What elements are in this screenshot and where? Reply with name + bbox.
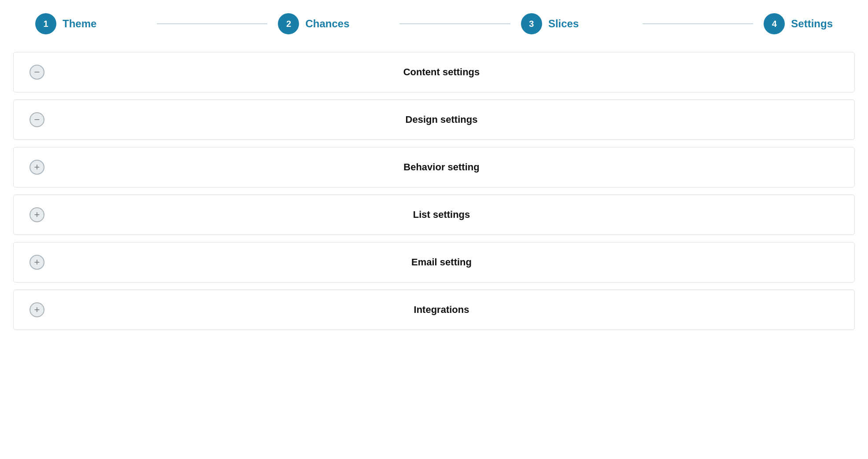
step-item-3[interactable]: 3Slices <box>521 13 632 34</box>
panel-title-1: Content settings <box>44 66 838 78</box>
step-item-4[interactable]: 4Settings <box>764 13 833 34</box>
step-circle-2: 2 <box>278 13 299 34</box>
step-circle-3: 3 <box>521 13 542 34</box>
step-line-2 <box>399 23 510 24</box>
panel-1[interactable]: −Content settings <box>13 52 855 92</box>
panel-plus-icon-5[interactable]: + <box>30 255 44 270</box>
panel-title-6: Integrations <box>44 304 838 316</box>
panel-plus-icon-4[interactable]: + <box>30 207 44 222</box>
panel-minus-icon-1[interactable]: − <box>30 65 44 80</box>
stepper: 1Theme2Chances3Slices4Settings <box>0 0 868 48</box>
panel-title-3: Behavior setting <box>44 162 838 173</box>
step-item-2[interactable]: 2Chances <box>278 13 389 34</box>
step-line-1 <box>157 23 268 24</box>
panel-title-2: Design settings <box>44 114 838 125</box>
step-label-4: Settings <box>791 18 833 30</box>
panel-3[interactable]: +Behavior setting <box>13 147 855 187</box>
panel-plus-icon-3[interactable]: + <box>30 160 44 175</box>
panel-2[interactable]: −Design settings <box>13 99 855 140</box>
panel-title-4: List settings <box>44 209 838 220</box>
step-item-1[interactable]: 1Theme <box>35 13 146 34</box>
step-label-1: Theme <box>63 18 96 30</box>
step-line-3 <box>643 23 753 24</box>
panel-5[interactable]: +Email setting <box>13 242 855 283</box>
step-label-2: Chances <box>305 18 349 30</box>
panel-title-5: Email setting <box>44 257 838 268</box>
step-label-3: Slices <box>548 18 579 30</box>
panel-plus-icon-6[interactable]: + <box>30 302 44 317</box>
panel-4[interactable]: +List settings <box>13 195 855 235</box>
step-circle-1: 1 <box>35 13 56 34</box>
panel-6[interactable]: +Integrations <box>13 290 855 330</box>
panel-minus-icon-2[interactable]: − <box>30 112 44 127</box>
step-circle-4: 4 <box>764 13 785 34</box>
panels-container: −Content settings−Design settings+Behavi… <box>0 48 868 343</box>
